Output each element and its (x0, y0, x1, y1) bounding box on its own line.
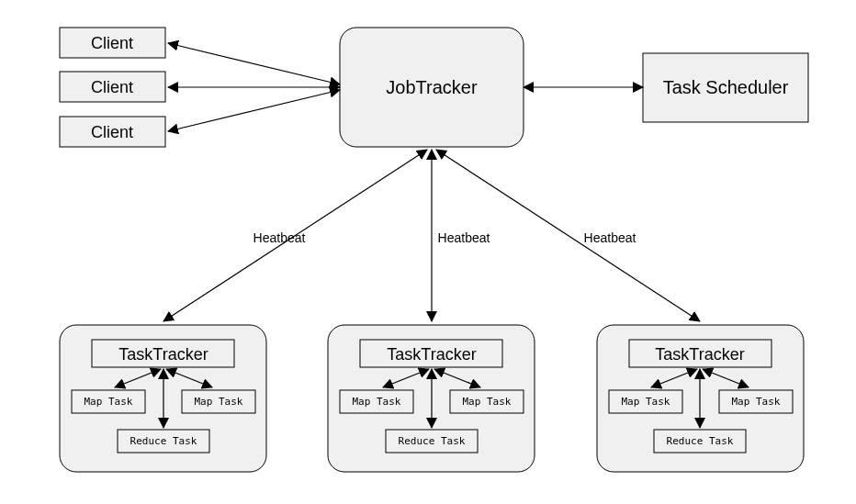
tasktracker-pod: TaskTracker Map Task Map Task Reduce Tas… (60, 325, 266, 472)
task-scheduler-label: Task Scheduler (663, 77, 789, 97)
task-label: Reduce Task (130, 435, 197, 447)
tasktracker-pod: TaskTracker Map Task Map Task Reduce Tas… (597, 325, 804, 472)
task-scheduler-box: Task Scheduler (643, 53, 808, 122)
connector (168, 43, 340, 84)
jobtracker-label: JobTracker (386, 77, 478, 97)
task-label: Reduce Task (399, 435, 466, 447)
client-label: Client (91, 78, 133, 96)
task-label: Map Task (463, 396, 512, 408)
tasktracker-label: TaskTracker (655, 345, 744, 364)
client-label: Client (91, 123, 133, 141)
heartbeat-label: Heatbeat (584, 230, 636, 245)
task-label: Reduce Task (667, 435, 734, 447)
tasktracker-label: TaskTracker (387, 345, 476, 364)
task-label: Map Task (195, 396, 243, 408)
heartbeat-label: Heatbeat (253, 230, 306, 245)
task-label: Map Task (353, 396, 401, 408)
client-box: Client (60, 28, 165, 58)
jobtracker-box: JobTracker (340, 28, 524, 147)
tasktracker-pod: TaskTracker Map Task Map Task Reduce Tas… (328, 325, 535, 472)
tasktracker-label: TaskTracker (118, 345, 208, 364)
heartbeat-label: Heatbeat (438, 230, 490, 245)
task-label: Map Task (622, 396, 670, 408)
connector (168, 90, 340, 131)
task-label: Map Task (732, 396, 781, 408)
client-label: Client (91, 34, 133, 52)
client-box: Client (60, 72, 165, 102)
task-label: Map Task (84, 396, 133, 408)
client-box: Client (60, 117, 165, 147)
